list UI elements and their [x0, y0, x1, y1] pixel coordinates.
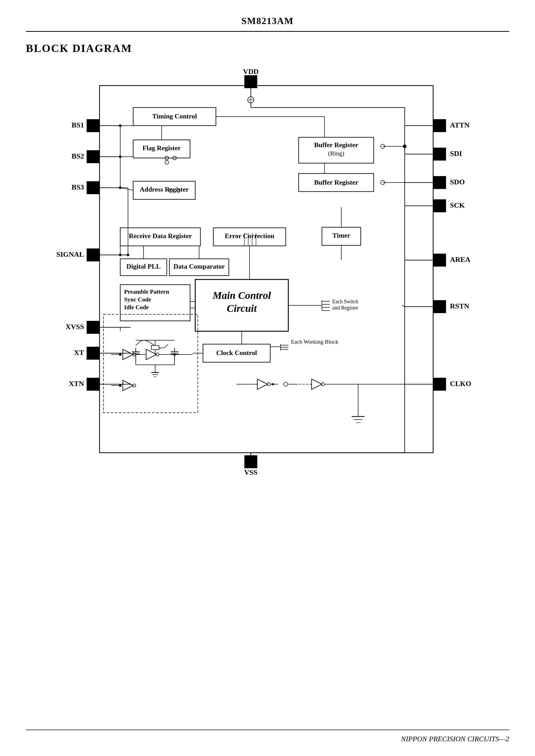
xtn-label: XTN — [69, 379, 84, 388]
flag-register-label: Flag Register — [142, 144, 181, 152]
address-register-label: Address Register — [140, 186, 188, 193]
svg-rect-15 — [87, 181, 99, 194]
data-comparator-label: Data Comparator — [173, 263, 225, 270]
xvss-label: XVSS — [66, 323, 84, 331]
svg-point-127 — [165, 160, 169, 164]
svg-rect-27 — [433, 148, 446, 160]
rstn-label: RSTN — [450, 302, 469, 310]
idle-label: Idle Code — [124, 304, 149, 311]
page-header: SM8213AM — [26, 15, 509, 32]
bs1-label: BS1 — [71, 121, 84, 129]
diagram-svg: VDD VSS BS1 BS2 BS3 SIGN — [48, 68, 488, 476]
bs2-label: BS2 — [71, 152, 84, 160]
sync-label: Sync Code — [124, 296, 151, 303]
svg-rect-21 — [87, 347, 99, 360]
bs3-label: BS3 — [71, 183, 84, 191]
svg-line-144 — [402, 305, 405, 307]
each-switch-label1: Each Switch — [332, 299, 358, 304]
svg-rect-13 — [87, 150, 99, 163]
svg-rect-58 — [103, 314, 198, 413]
digital-pll-label: Digital PLL — [126, 263, 160, 270]
page: SM8213AM BLOCK DIAGRAM VDD — [0, 0, 535, 756]
svg-rect-19 — [87, 321, 99, 334]
block-diagram: VDD VSS BS1 BS2 BS3 SIGN — [48, 68, 488, 476]
main-control-label2: Circuit — [227, 302, 257, 314]
svg-point-150 — [119, 125, 122, 127]
preamble-label: Preamble Pattern — [124, 289, 169, 295]
timing-control-label: Timing Control — [152, 112, 197, 120]
svg-rect-17 — [87, 248, 99, 262]
area-label: AREA — [450, 255, 471, 264]
receive-data-register-label: Receive Data Register — [129, 232, 192, 240]
footer-text: NIPPON PRECISION CIRCUITS—2 — [401, 735, 509, 743]
svg-point-70 — [119, 353, 122, 356]
svg-point-103 — [284, 382, 288, 386]
sdi-label: SDI — [450, 150, 462, 157]
attn-label: ATTN — [450, 121, 469, 129]
header-title: SM8213AM — [241, 16, 294, 26]
vss-label: VSS — [244, 468, 257, 476]
clko-label: CLKO — [450, 379, 471, 388]
svg-rect-6 — [244, 455, 257, 468]
svg-marker-59 — [123, 349, 133, 360]
sdo-label: SDO — [450, 178, 465, 186]
each-switch-label2: and Register — [332, 305, 358, 311]
main-control-label1: Main Control — [212, 290, 271, 301]
signal-label: SIGNAL — [56, 250, 84, 258]
svg-rect-23 — [87, 378, 99, 391]
svg-rect-25 — [433, 119, 446, 132]
svg-rect-31 — [433, 199, 446, 212]
svg-point-85 — [119, 384, 122, 387]
svg-rect-29 — [433, 176, 446, 189]
svg-point-151 — [119, 155, 122, 158]
svg-rect-37 — [433, 378, 446, 391]
svg-marker-82 — [123, 380, 133, 391]
svg-marker-106 — [312, 379, 322, 389]
timer-label: Timer — [332, 232, 350, 239]
svg-marker-99 — [257, 379, 268, 389]
buffer-register-ring-label1: Buffer Register — [314, 141, 358, 149]
error-correction-label: Error Correction — [225, 232, 274, 240]
clock-control-label: Clock Control — [216, 349, 257, 356]
svg-rect-79 — [151, 346, 159, 350]
page-footer: NIPPON PRECISION CIRCUITS—2 — [26, 730, 509, 743]
section-title: BLOCK DIAGRAM — [26, 42, 509, 55]
xt-label: XT — [74, 349, 84, 356]
each-working-block-label: Each Working Block — [291, 338, 338, 345]
vdd-label: VDD — [243, 68, 259, 75]
svg-rect-33 — [433, 254, 446, 266]
sck-label: SCK — [450, 201, 465, 209]
buffer-register-label: Buffer Register — [314, 179, 358, 186]
svg-rect-11 — [87, 119, 99, 132]
buffer-register-ring-label2: (Ring) — [328, 150, 344, 157]
svg-rect-35 — [433, 300, 446, 313]
svg-line-123 — [120, 188, 133, 190]
